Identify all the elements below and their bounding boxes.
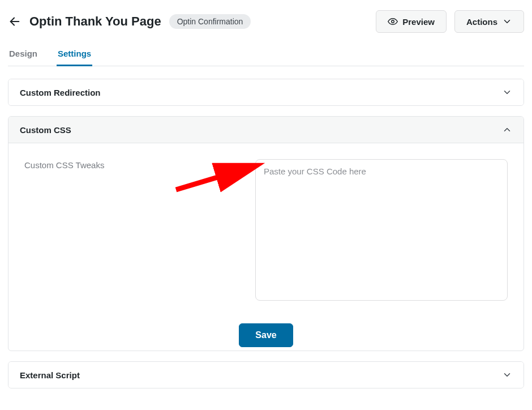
custom-css-field-control bbox=[255, 159, 508, 303]
preview-button[interactable]: Preview bbox=[376, 10, 447, 33]
arrow-left-icon bbox=[8, 15, 21, 28]
panel-custom-redirection-header[interactable]: Custom Redirection bbox=[8, 79, 524, 105]
chevron-down-icon bbox=[502, 87, 512, 97]
panel-external-script: External Script bbox=[8, 361, 524, 388]
preview-button-label: Preview bbox=[402, 17, 435, 27]
page-title: Optin Thank You Page bbox=[29, 14, 161, 29]
svg-point-1 bbox=[392, 20, 394, 23]
chevron-down-icon bbox=[502, 370, 512, 380]
eye-icon bbox=[388, 16, 398, 27]
custom-css-textarea[interactable] bbox=[255, 159, 508, 301]
panel-external-script-header[interactable]: External Script bbox=[8, 362, 524, 388]
panel-custom-css-title: Custom CSS bbox=[20, 125, 71, 135]
chevron-up-icon bbox=[502, 125, 512, 135]
tab-bar: Design Settings bbox=[8, 49, 524, 66]
save-row: Save bbox=[8, 323, 524, 351]
status-badge: Optin Confirmation bbox=[169, 14, 251, 29]
actions-button-label: Actions bbox=[466, 17, 497, 27]
save-button[interactable]: Save bbox=[239, 323, 293, 347]
tab-design[interactable]: Design bbox=[8, 49, 38, 66]
actions-button[interactable]: Actions bbox=[454, 10, 524, 33]
panel-custom-css-header[interactable]: Custom CSS bbox=[8, 117, 524, 143]
panel-custom-redirection-title: Custom Redirection bbox=[20, 88, 101, 97]
back-arrow-button[interactable] bbox=[8, 15, 22, 28]
panel-custom-css: Custom CSS Custom CSS Tweaks Save bbox=[8, 116, 524, 351]
custom-css-field-label: Custom CSS Tweaks bbox=[24, 159, 239, 303]
panel-custom-redirection: Custom Redirection bbox=[8, 79, 524, 106]
chevron-down-icon bbox=[502, 16, 512, 27]
panel-external-script-title: External Script bbox=[20, 370, 80, 380]
page-header: Optin Thank You Page Optin Confirmation … bbox=[8, 10, 524, 33]
tab-settings[interactable]: Settings bbox=[57, 49, 92, 66]
panel-custom-css-body: Custom CSS Tweaks bbox=[8, 143, 524, 323]
